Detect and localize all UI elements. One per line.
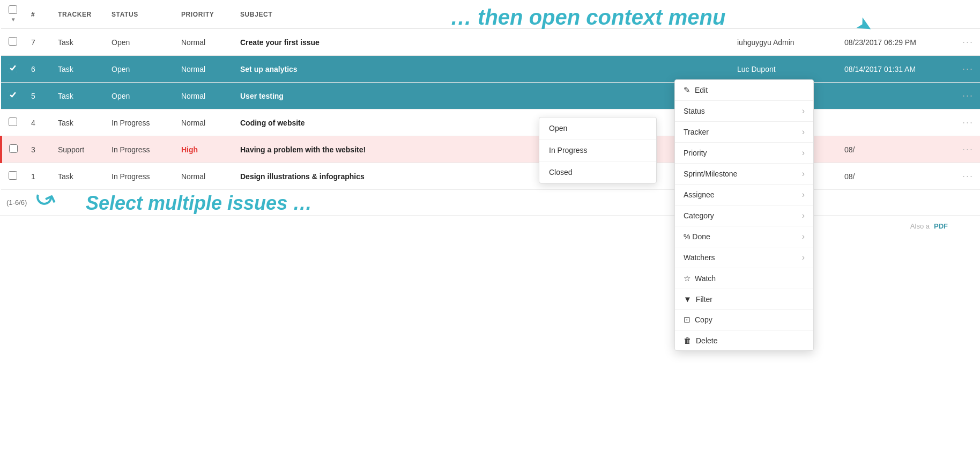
row-checkbox-cell bbox=[1, 136, 25, 163]
three-dots-icon[interactable]: ··· bbox=[962, 90, 974, 101]
row-checkbox[interactable] bbox=[9, 144, 18, 153]
row-id: 7 bbox=[25, 29, 51, 56]
context-menu-label: Priority bbox=[684, 149, 802, 157]
context-menu-label: Watch bbox=[695, 274, 805, 283]
context-menu-label: Edit bbox=[695, 86, 805, 94]
row-priority: Normal bbox=[175, 29, 234, 56]
row-tracker: Task bbox=[51, 163, 105, 190]
three-dots-icon[interactable]: ··· bbox=[962, 63, 974, 74]
context-menu: ✎EditStatusTrackerPrioritySprint/Milesto… bbox=[674, 79, 814, 351]
row-id: 1 bbox=[25, 163, 51, 190]
context-menu-item-copy[interactable]: ⊡Copy bbox=[675, 310, 813, 330]
row-tracker: Support bbox=[51, 136, 105, 163]
row-updated: 08/ bbox=[838, 136, 956, 163]
row-actions[interactable]: ··· bbox=[956, 136, 980, 163]
row-priority: Normal bbox=[175, 163, 234, 190]
header-subject: SUBJECT bbox=[234, 0, 731, 29]
row-subject[interactable]: Create your first issue bbox=[234, 29, 731, 56]
context-menu-item-sprintmilestone[interactable]: Sprint/Milestone bbox=[675, 164, 813, 185]
row-updated: 08/ bbox=[838, 163, 956, 190]
three-dots-icon[interactable]: ··· bbox=[962, 144, 974, 155]
row-priority: High bbox=[175, 136, 234, 163]
row-status: Open bbox=[105, 29, 175, 56]
context-menu-item-done[interactable]: % Done bbox=[675, 226, 813, 247]
row-actions[interactable]: ··· bbox=[956, 56, 980, 83]
context-menu-item-category[interactable]: Category bbox=[675, 205, 813, 226]
context-menu-item-status[interactable]: Status bbox=[675, 101, 813, 122]
header-priority: PRIORITY bbox=[175, 0, 234, 29]
row-checkbox-cell bbox=[1, 109, 25, 136]
row-checkbox[interactable] bbox=[9, 64, 17, 72]
table-row: 5TaskOpenNormalUser testing··· bbox=[1, 83, 980, 109]
context-menu-item-watch[interactable]: ☆Watch bbox=[675, 268, 813, 289]
three-dots-icon[interactable]: ··· bbox=[962, 117, 974, 128]
watch-icon: ☆ bbox=[684, 274, 691, 283]
context-menu-item-watchers[interactable]: Watchers bbox=[675, 247, 813, 268]
context-menu-item-filter[interactable]: ▼Filter bbox=[675, 289, 813, 310]
row-status: In Progress bbox=[105, 136, 175, 163]
row-status: In Progress bbox=[105, 109, 175, 136]
context-menu-item-delete[interactable]: 🗑Delete bbox=[675, 330, 813, 350]
context-menu-label: Filter bbox=[696, 295, 805, 304]
status-option-open[interactable]: Open bbox=[539, 117, 656, 139]
table-row: 4TaskIn ProgressNormalCoding of website·… bbox=[1, 109, 980, 136]
table-row: 1TaskIn ProgressNormalDesign illustratio… bbox=[1, 163, 980, 190]
table-row: 7TaskOpenNormalCreate your first issueiu… bbox=[1, 29, 980, 56]
row-updated: 08/23/2017 06:29 PM bbox=[838, 29, 956, 56]
table-header-row: ▼ # TRACKER STATUS PRIORITY SUBJECT bbox=[1, 0, 980, 29]
row-checkbox[interactable] bbox=[9, 171, 17, 180]
row-status: In Progress bbox=[105, 163, 175, 190]
context-menu-item-edit[interactable]: ✎Edit bbox=[675, 80, 813, 101]
row-id: 6 bbox=[25, 56, 51, 83]
row-assignee: Luc Dupont bbox=[731, 56, 838, 83]
row-status: Open bbox=[105, 83, 175, 109]
delete-icon: 🗑 bbox=[684, 336, 692, 345]
pagination: (1-6/6) bbox=[0, 190, 980, 215]
row-updated: 08/14/2017 01:31 AM bbox=[838, 56, 956, 83]
row-subject[interactable]: Set up analytics bbox=[234, 56, 731, 83]
row-updated bbox=[838, 83, 956, 109]
pdf-link[interactable]: PDF bbox=[934, 222, 948, 230]
context-menu-label: Tracker bbox=[684, 128, 802, 136]
filter-icon: ▼ bbox=[684, 295, 692, 304]
row-id: 5 bbox=[25, 83, 51, 109]
header-assignee bbox=[731, 0, 838, 29]
status-option-inprogress[interactable]: In Progress bbox=[539, 139, 656, 161]
row-tracker: Task bbox=[51, 29, 105, 56]
row-status: Open bbox=[105, 56, 175, 83]
issue-table: ▼ # TRACKER STATUS PRIORITY SUBJECT 7Tas… bbox=[0, 0, 980, 190]
row-actions[interactable]: ··· bbox=[956, 163, 980, 190]
row-id: 4 bbox=[25, 109, 51, 136]
status-submenu: Open In Progress Closed bbox=[539, 117, 657, 183]
context-menu-label: Watchers bbox=[684, 253, 802, 262]
row-checkbox-cell bbox=[1, 83, 25, 109]
row-actions[interactable]: ··· bbox=[956, 29, 980, 56]
table-body: 7TaskOpenNormalCreate your first issueiu… bbox=[1, 29, 980, 190]
row-actions[interactable]: ··· bbox=[956, 83, 980, 109]
row-tracker: Task bbox=[51, 109, 105, 136]
row-checkbox[interactable] bbox=[9, 91, 17, 99]
select-all-checkbox[interactable] bbox=[9, 5, 17, 14]
three-dots-icon[interactable]: ··· bbox=[962, 171, 974, 181]
three-dots-icon[interactable]: ··· bbox=[962, 36, 974, 47]
header-checkbox-col[interactable]: ▼ bbox=[1, 0, 25, 29]
row-subject[interactable]: User testing bbox=[234, 83, 731, 109]
row-checkbox[interactable] bbox=[9, 117, 17, 126]
row-actions[interactable]: ··· bbox=[956, 109, 980, 136]
row-checkbox-cell bbox=[1, 29, 25, 56]
row-tracker: Task bbox=[51, 56, 105, 83]
context-menu-item-tracker[interactable]: Tracker bbox=[675, 122, 813, 143]
header-updated bbox=[838, 0, 956, 29]
row-priority: Normal bbox=[175, 56, 234, 83]
status-option-closed[interactable]: Closed bbox=[539, 161, 656, 183]
copy-icon: ⊡ bbox=[684, 315, 691, 325]
header-actions bbox=[956, 0, 980, 29]
context-menu-item-priority[interactable]: Priority bbox=[675, 143, 813, 164]
row-tracker: Task bbox=[51, 83, 105, 109]
row-checkbox[interactable] bbox=[9, 37, 17, 46]
edit-icon: ✎ bbox=[684, 85, 691, 95]
row-checkbox-cell bbox=[1, 163, 25, 190]
header-tracker: TRACKER bbox=[51, 0, 105, 29]
context-menu-item-assignee[interactable]: Assignee bbox=[675, 185, 813, 205]
row-checkbox-cell bbox=[1, 56, 25, 83]
